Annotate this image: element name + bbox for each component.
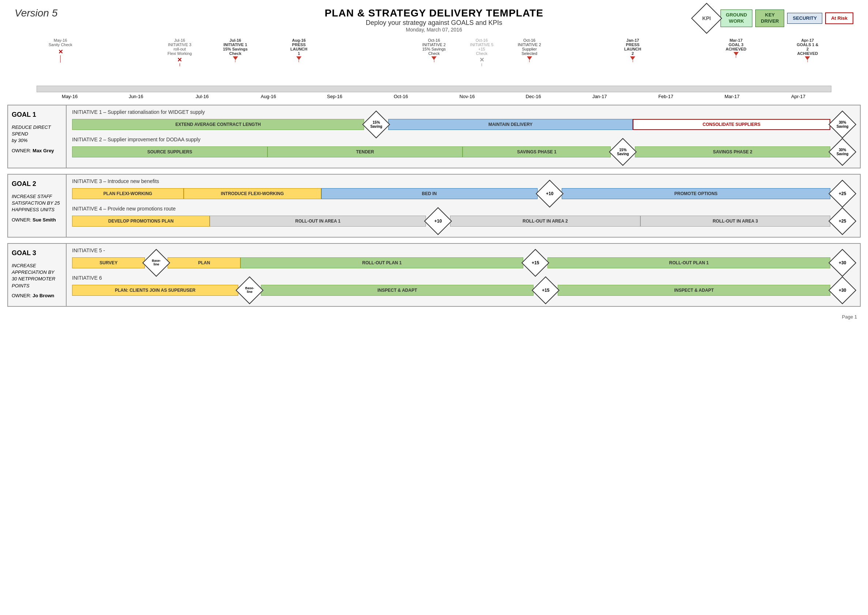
- version-label: Version 5: [15, 7, 58, 19]
- goal1-label: GOAL 1 REDUCE DIRECTSPENDby 30% OWNER: M…: [8, 105, 67, 168]
- month-jun16: Jun-16: [103, 94, 169, 99]
- goal3-label: GOAL 3 INCREASEAPPRECIATION BY30 NETPROM…: [8, 244, 67, 306]
- month-feb17: Feb-17: [633, 94, 699, 99]
- initiative2-block: INITIATIVE 2 – Supplier improvement for …: [72, 137, 854, 159]
- bar-survey: SURVEY: [72, 258, 145, 268]
- month-sep16: Sep-16: [302, 94, 368, 99]
- month-jul16: Jul-16: [169, 94, 235, 99]
- timeline-event-9: Mar-17 GOAL 3 ACHIEVED: [726, 38, 746, 58]
- initiative4-title: INITIATIVE 4 – Provide new promotions ro…: [72, 206, 854, 212]
- bar-inspect-adapt-b: INSPECT & ADAPT: [558, 285, 830, 296]
- legend-keydriver: KEYDRIVER: [755, 9, 784, 27]
- timeline-bar: [37, 86, 831, 92]
- timeline-months: May-16 Jun-16 Jul-16 Aug-16 Sep-16 Oct-1…: [37, 94, 831, 99]
- initiative6-gantt: PLAN: CLIENTS JOIN AS SUPERUSER Base-lin…: [72, 284, 854, 297]
- month-apr17: Apr-17: [765, 94, 831, 99]
- bar-consolidate-suppliers: CONSOLIDATE SUPPLIERS: [633, 119, 830, 130]
- bar-develop-promotions: DEVELOP PROMOTIONS PLAN: [72, 215, 210, 226]
- bar-rollout-plan1-a: ROLL-OUT PLAN 1: [240, 258, 523, 268]
- initiative5-gantt: SURVEY Base-line PLAN ROLL-OUT PLAN 1 +1…: [72, 256, 854, 269]
- page-header: Version 5 PLAN & STRATEGY DELIVERY TEMPL…: [7, 7, 861, 33]
- goal1-section: GOAL 1 REDUCE DIRECTSPENDby 30% OWNER: M…: [7, 105, 861, 169]
- initiative6-block: INITIATIVE 6 PLAN: CLIENTS JOIN AS SUPER…: [72, 275, 854, 297]
- month-nov16: Nov-16: [434, 94, 500, 99]
- bar-rollout-plan1-b: ROLL-OUT PLAN 1: [547, 258, 830, 268]
- timeline-event-1: May-16 Sanity Check ✕: [49, 38, 72, 62]
- timeline-event-4: Aug-16 PRESS LAUNCH 1: [291, 38, 307, 62]
- bar-bed-in: BED IN: [321, 188, 538, 199]
- month-may16: May-16: [37, 94, 103, 99]
- initiative4-block: INITIATIVE 4 – Provide new promotions ro…: [72, 206, 854, 228]
- timeline-event-5: Oct-16 INITIATIVE 2 15% Savings Check: [422, 38, 446, 62]
- goal3-title: GOAL 3: [12, 249, 62, 257]
- timeline-event-8: Jan-17 PRESS LAUNCH 2: [624, 38, 641, 62]
- timeline-event-3: Jul-16 INITIATIVE 1 15% Savings Check: [223, 38, 247, 62]
- initiative3-title: INITIATIVE 3 – Introduce new benefits: [72, 178, 854, 184]
- bar-rollout-area2: ROLL-OUT IN AREA 2: [450, 215, 640, 226]
- goal1-title: GOAL 1: [12, 111, 62, 119]
- goal1-description: REDUCE DIRECTSPENDby 30%: [12, 124, 62, 144]
- initiative3-block: INITIATIVE 3 – Introduce new benefits PL…: [72, 178, 854, 200]
- legend-area: KPI GROUNDWORK KEYDRIVER SECURITY At Ris…: [696, 7, 853, 29]
- kpi-diamond: KPI: [691, 3, 722, 34]
- month-mar17: Mar-17: [699, 94, 765, 99]
- bar-tender: TENDER: [268, 147, 463, 158]
- initiative1-block: INITIATIVE 1 – Supplier rationalisation …: [72, 109, 854, 131]
- month-jan17: Jan-17: [566, 94, 633, 99]
- month-oct16: Oct-16: [368, 94, 434, 99]
- initiative3-gantt: PLAN FLEXI-WORKING INTRODUCE FLEXI-WORKI…: [72, 187, 854, 200]
- goal2-owner: OWNER: Sue Smith: [12, 217, 62, 223]
- goal3-section: GOAL 3 INCREASEAPPRECIATION BY30 NETPROM…: [7, 243, 861, 307]
- bar-source-suppliers: SOURCE SUPPLIERS: [72, 147, 268, 158]
- bar-plan-5: PLAN: [168, 258, 240, 268]
- page-number: Page 1: [7, 314, 861, 320]
- goal3-owner: OWNER: Jo Brown: [12, 293, 62, 298]
- goal2-content: INITIATIVE 3 – Introduce new benefits PL…: [67, 175, 860, 237]
- goal3-description: INCREASEAPPRECIATION BY30 NETPROMOTERPOI…: [12, 262, 62, 289]
- bar-plan-flexi: PLAN FLEXI-WORKING: [72, 188, 184, 199]
- month-dec16: Dec-16: [500, 94, 566, 99]
- bar-plan-clients: PLAN: CLIENTS JOIN AS SUPERUSER: [72, 285, 238, 296]
- goal2-section: GOAL 2 INCREASE STAFFSATISFACTION BY 25H…: [7, 174, 861, 237]
- initiative1-title: INITIATIVE 1 – Supplier rationalisation …: [72, 109, 854, 115]
- legend-atrisk: At Risk: [825, 12, 853, 25]
- kpi-label: KPI: [702, 16, 711, 21]
- bar-rollout-area1: ROLL-OUT IN AREA 1: [210, 215, 426, 226]
- goal2-label: GOAL 2 INCREASE STAFFSATISFACTION BY 25H…: [8, 175, 67, 237]
- bar-inspect-adapt-a: INSPECT & ADAPT: [261, 285, 533, 296]
- goal1-owner: OWNER: Max Grey: [12, 148, 62, 153]
- legend-groundwork: GROUNDWORK: [720, 9, 753, 27]
- goal2-title: GOAL 2: [12, 180, 62, 188]
- goal1-content: INITIATIVE 1 – Supplier rationalisation …: [67, 105, 860, 168]
- bar-rollout-area3: ROLL-OUT IN AREA 3: [640, 215, 830, 226]
- initiative2-gantt: SOURCE SUPPLIERS TENDER SAVINGS PHASE 1 …: [72, 145, 854, 159]
- initiative4-gantt: DEVELOP PROMOTIONS PLAN ROLL-OUT IN AREA…: [72, 214, 854, 228]
- goal2-description: INCREASE STAFFSATISFACTION BY 25HAPPINES…: [12, 193, 62, 214]
- bar-savings-phase2: SAVINGS PHASE 2: [635, 147, 830, 158]
- goal3-content: INITIATIVE 5 - SURVEY Base-line PLAN ROL…: [67, 244, 860, 306]
- initiative5-title: INITIATIVE 5 -: [72, 247, 854, 253]
- timeline-events: May-16 Sanity Check ✕ Jul-16 INITIATIVE …: [37, 38, 831, 86]
- timeline-event-6: Oct-16 INITIATIVE 5 +15 Check ✕: [470, 38, 493, 66]
- bar-maintain-delivery: MAINTAIN DELIVERY: [388, 119, 633, 130]
- initiative2-title: INITIATIVE 2 – Supplier improvement for …: [72, 137, 854, 142]
- initiative1-gantt: EXTEND AVERAGE CONTRACT LENGTH 15%Saving…: [72, 118, 854, 131]
- bar-promote-options: PROMOTE OPTIONS: [562, 188, 830, 199]
- bar-extend-contract: EXTEND AVERAGE CONTRACT LENGTH: [72, 119, 364, 130]
- initiative5-block: INITIATIVE 5 - SURVEY Base-line PLAN ROL…: [72, 247, 854, 269]
- timeline-section: May-16 Sanity Check ✕ Jul-16 INITIATIVE …: [7, 38, 861, 99]
- bar-savings-phase1: SAVINGS PHASE 1: [463, 147, 611, 158]
- timeline-event-2: Jul-16 INITIATIVE 3 roll-out Flexi Worki…: [168, 38, 192, 66]
- legend-security: SECURITY: [787, 13, 822, 24]
- timeline-event-7: Oct-16 INITIATIVE 2 Supplier Selected: [518, 38, 541, 62]
- bar-introduce-flexi: INTRODUCE FLEXI-WORKING: [184, 188, 321, 199]
- month-aug16: Aug-16: [235, 94, 302, 99]
- initiative6-title: INITIATIVE 6: [72, 275, 854, 281]
- timeline-event-10: Apr-17 GOALS 1 & 2 ACHIEVED: [796, 38, 819, 62]
